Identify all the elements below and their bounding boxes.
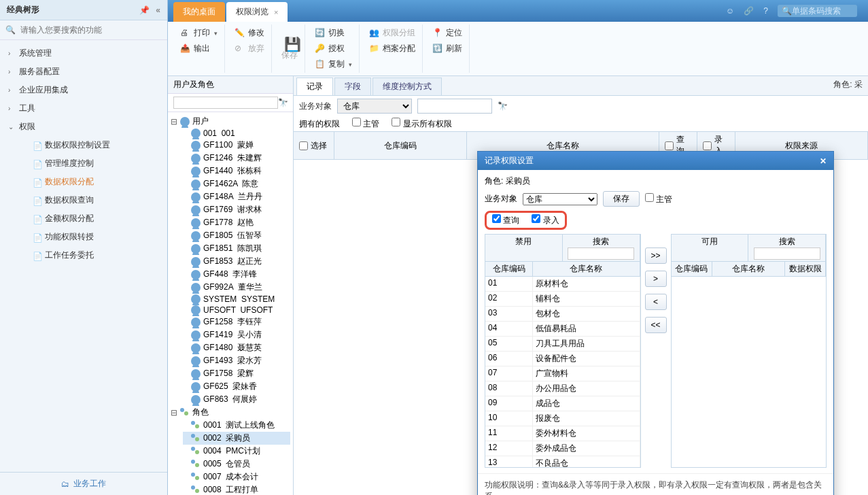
move-right-button[interactable]: > <box>645 271 667 287</box>
list-row[interactable]: 12委外成品仓 <box>485 441 640 456</box>
nav-perm-child[interactable]: 📄数据权限分配 <box>0 173 167 191</box>
copy-button[interactable]: 📋复制▾ <box>312 57 355 71</box>
move-left-button[interactable]: < <box>645 294 667 310</box>
tree-user-item[interactable]: SYSTEM SYSTEM <box>183 294 290 305</box>
list-row[interactable]: 01原材料仓 <box>485 277 640 292</box>
tree-user-item[interactable]: GF1419 吴小清 <box>183 328 290 341</box>
nav-perm-child[interactable]: 📄管理维度控制 <box>0 154 167 173</box>
tree-user-item[interactable]: GF1769 谢求林 <box>183 203 290 216</box>
tree-user-item[interactable]: GF1100 蒙婵 <box>183 139 290 152</box>
tree-role-item[interactable]: 0004 PMC计划 <box>183 445 290 458</box>
tree-user-item[interactable]: GF625 梁妹香 <box>183 380 290 393</box>
file-alloc-button[interactable]: 📁档案分配 <box>366 41 418 56</box>
tree-filter-input[interactable] <box>173 97 278 109</box>
input-checkbox[interactable]: 录入 <box>532 214 559 226</box>
nav-tools[interactable]: ›工具 <box>0 99 167 118</box>
perm-group-button[interactable]: 👥权限分组 <box>366 26 418 40</box>
sub-tab-dim[interactable]: 维度控制方式 <box>372 78 442 95</box>
tree-user-item[interactable]: 001 001 <box>183 128 290 139</box>
tree-user-item[interactable]: GF1258 李钰萍 <box>183 315 290 328</box>
tree-role-item[interactable]: 0007 成本会计 <box>183 471 290 483</box>
supervisor-check[interactable]: 主管 <box>352 118 379 130</box>
tree-user-item[interactable]: GF1493 梁水芳 <box>183 354 290 367</box>
tree-user-item[interactable]: GF448 李洋锋 <box>183 268 290 281</box>
dialog-biz-select[interactable]: 仓库 <box>523 193 597 205</box>
nav-perm-child[interactable]: 📄数据权限查询 <box>0 191 167 209</box>
tree-user-item[interactable]: GF1853 赵正光 <box>183 255 290 268</box>
help-icon[interactable]: ? <box>763 6 768 16</box>
tree-role-item[interactable]: 0008 工程打单 <box>183 483 290 495</box>
abandon-button[interactable]: ⊘放弃 <box>232 41 267 56</box>
dialog-save-button[interactable]: 保存 <box>603 191 640 207</box>
biz-object-select[interactable]: 仓库 <box>337 99 412 114</box>
list-row[interactable]: 03包材仓 <box>485 307 640 322</box>
sidebar-footer[interactable]: 🗂 业务工作 <box>0 472 167 495</box>
nav-perm-child[interactable]: 📄工作任务委托 <box>0 246 167 264</box>
col-select[interactable]: 选择 <box>294 132 334 159</box>
query-checkbox[interactable]: 查询 <box>492 214 519 226</box>
list-row[interactable]: 02辅料仓 <box>485 292 640 307</box>
list-row[interactable]: 08办公用品仓 <box>485 381 640 396</box>
tab-desktop[interactable]: 我的桌面 <box>173 2 225 22</box>
tree-user-item[interactable]: GF1758 梁辉 <box>183 367 290 380</box>
modify-button[interactable]: ✏️修改 <box>232 26 267 40</box>
tree-user-item[interactable]: GF1851 陈凯琪 <box>183 242 290 255</box>
smile-icon[interactable]: ☺ <box>726 6 734 16</box>
switch-button[interactable]: 🔄切换 <box>312 26 355 40</box>
auth-button[interactable]: 🔑授权 <box>312 41 355 56</box>
tree-role-item[interactable]: 0002 采购员 <box>183 432 290 445</box>
move-all-right-button[interactable]: >> <box>645 248 667 264</box>
tree-role-item[interactable]: 0005 仓管员 <box>183 458 290 471</box>
tree-user-item[interactable]: GF992A 董华兰 <box>183 281 290 294</box>
tree-user-item[interactable]: GF148A 兰丹丹 <box>183 190 290 203</box>
tree-user-item[interactable]: UFSOFT UFSOFT <box>183 305 290 315</box>
disabled-search-input[interactable] <box>568 248 634 260</box>
nav-enterprise[interactable]: ›企业应用集成 <box>0 81 167 99</box>
tree-user-item[interactable]: GF1440 张栋科 <box>183 165 290 177</box>
list-row[interactable]: 05刀具工具用品 <box>485 337 640 352</box>
tree-user-item[interactable]: GF1805 伍智琴 <box>183 229 290 242</box>
tree-role-root[interactable]: ⊟角色 <box>171 406 290 419</box>
list-row[interactable]: 09成品仓 <box>485 396 640 411</box>
tree-user-item[interactable]: GF1778 赵艳 <box>183 216 290 229</box>
save-button[interactable]: 💾保存 <box>279 35 300 63</box>
nav-server[interactable]: ›服务器配置 <box>0 63 167 81</box>
nav-perm-child[interactable]: 📄金额权限分配 <box>0 209 167 228</box>
move-all-left-button[interactable]: << <box>645 317 667 333</box>
sub-tab-field[interactable]: 字段 <box>334 78 371 95</box>
tree-user-item[interactable]: GF1246 朱建辉 <box>183 152 290 165</box>
col-code[interactable]: 仓库编码 <box>334 132 467 159</box>
tree-user-root[interactable]: ⊟用户 <box>171 115 290 128</box>
sidebar-search-input[interactable] <box>18 23 162 37</box>
top-search-input[interactable] <box>792 6 853 16</box>
available-search-input[interactable] <box>754 248 820 260</box>
locate-button[interactable]: 📍定位 <box>430 26 465 40</box>
tree-user-item[interactable]: GF1462A 陈意 <box>183 177 290 190</box>
pin-icon[interactable]: 📌 <box>139 5 150 15</box>
link-icon[interactable]: 🔗 <box>744 6 754 16</box>
list-row[interactable]: 04低值易耗品 <box>485 322 640 337</box>
list-row[interactable]: 07广宣物料 <box>485 366 640 381</box>
tree-user-item[interactable]: GF863 何展婷 <box>183 393 290 406</box>
dialog-supervisor-check[interactable]: 主管 <box>645 193 672 205</box>
output-button[interactable]: 📤输出 <box>177 41 220 56</box>
tree-role-item[interactable]: 0001 测试上线角色 <box>183 419 290 432</box>
binoculars-icon[interactable]: 🔭 <box>498 101 508 111</box>
nav-perm-child[interactable]: 📄数据权限控制设置 <box>0 136 167 154</box>
list-row[interactable]: 13不良品仓 <box>485 456 640 467</box>
list-row[interactable]: 11委外材料仓 <box>485 426 640 441</box>
dialog-header[interactable]: 记录权限设置 ✕ <box>478 152 833 170</box>
sub-tab-record[interactable]: 记录 <box>296 78 333 95</box>
show-all-check[interactable]: 显示所有权限 <box>392 118 451 130</box>
close-icon[interactable]: × <box>274 8 278 16</box>
close-icon[interactable]: ✕ <box>820 156 827 166</box>
nav-permission[interactable]: ⌄权限 <box>0 118 167 136</box>
nav-perm-child[interactable]: 📄功能权限转授 <box>0 228 167 246</box>
collapse-icon[interactable]: « <box>156 5 160 15</box>
nav-system[interactable]: ›系统管理 <box>0 44 167 63</box>
refresh-button[interactable]: 🔃刷新 <box>430 41 465 56</box>
binoculars-icon[interactable]: 🔭 <box>278 98 288 107</box>
tab-perm-browse[interactable]: 权限浏览× <box>226 2 288 22</box>
list-row[interactable]: 10报废仓 <box>485 411 640 426</box>
print-button[interactable]: 🖨打印▾ <box>177 26 220 40</box>
